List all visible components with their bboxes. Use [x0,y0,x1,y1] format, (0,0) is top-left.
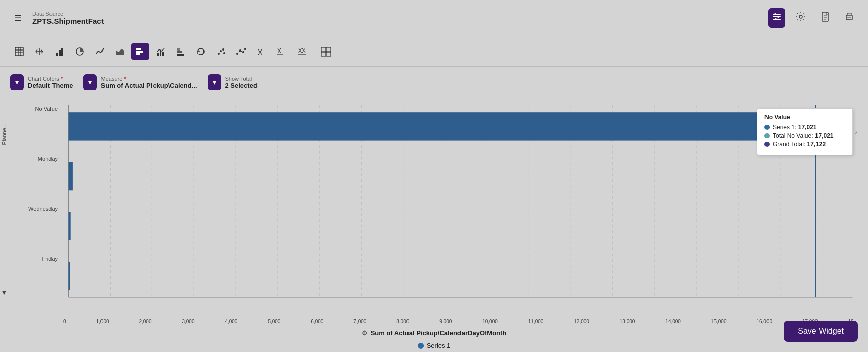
measure-control: ▾ Measure * Sum of Actual Pickup\Calend.… [83,74,197,90]
chart-type-bar[interactable] [50,43,69,60]
svg-rect-19 [136,51,143,53]
svg-point-6 [799,15,802,18]
bar-icon [55,46,65,57]
print-button[interactable] [841,8,858,28]
chart-type-stacked[interactable] [172,43,190,60]
x-label-16000: 16,000 [756,319,772,324]
svg-text:X: X [277,47,281,55]
x-label-11000: 11,000 [528,319,544,324]
chart-type-dotline[interactable] [232,43,250,60]
tooltip-arrow-icon: › [855,128,857,136]
settings-button[interactable] [792,8,809,28]
x1-icon: X [257,46,267,57]
chart-type-x2[interactable]: X [273,43,292,60]
y-label-monday: Monday [20,156,61,162]
x-label-8000: 8,000 [396,319,409,324]
svg-point-28 [220,50,222,52]
tooltip-row-3: Grand Total: 17,122 [764,141,845,148]
tooltip-dot-total-no-value [764,133,770,138]
measure-dropdown[interactable]: ▾ [83,74,97,90]
svg-point-32 [239,49,241,52]
show-total-value: 2 Selected [225,82,258,89]
y-label-no-value: No Value [20,106,61,112]
x-label-13000: 13,000 [620,319,635,324]
print-icon [844,11,855,22]
table-icon [14,46,24,57]
x-label-3000: 3,000 [182,319,194,324]
chart-colors-control: ▾ Chart Colors * Default Theme [10,74,73,90]
sliders-icon [771,11,782,22]
show-total-dropdown[interactable]: ▾ [208,74,221,90]
chart-colors-label-group: Chart Colors * Default Theme [28,76,73,89]
filter-settings-button[interactable] [768,8,785,28]
svg-rect-22 [160,51,161,56]
x-axis-title: ⚙ Sum of Actual Pickup\CalendarDayOfMont… [362,329,507,337]
hamburger-button[interactable]: ☰ [10,10,25,26]
svg-rect-23 [162,52,164,56]
data-source-info: Data Source ZPTS.ShipmentFact [32,11,104,25]
svg-point-30 [223,52,225,54]
header-right [768,8,858,28]
chart-type-scatter[interactable] [212,43,230,60]
show-total-label-group: Show Total 2 Selected [225,76,258,89]
chart-colors-dropdown[interactable]: ▾ [10,74,24,90]
svg-rect-18 [136,48,141,50]
svg-rect-9 [15,47,23,56]
scatter-icon [216,46,226,57]
stacked-icon [176,46,186,57]
svg-rect-41 [326,47,331,52]
chart-type-line[interactable] [91,43,109,60]
chart-type-x4[interactable] [316,43,336,60]
x-label-1000: 1,000 [96,319,109,324]
chart-type-pivot[interactable] [30,43,48,60]
chart-type-table[interactable] [10,43,28,60]
header: ☰ Data Source ZPTS.ShipmentFact [0,0,868,36]
area-icon [115,46,125,57]
x-label-6000: 6,000 [311,319,323,324]
svg-rect-1 [773,16,781,17]
data-source-name: ZPTS.ShipmentFact [32,17,104,25]
x-label-4000: 4,000 [225,319,237,324]
svg-rect-25 [177,51,182,53]
measure-label: Measure * [101,76,197,82]
chart-type-pie[interactable] [71,43,89,60]
show-total-label: Show Total [225,76,258,82]
svg-rect-16 [61,48,63,56]
svg-point-29 [222,48,224,51]
toolbar: X X XX [0,36,868,67]
chart-legend: Series 1 [418,342,451,349]
legend-series1-label: Series 1 [427,342,451,349]
x4-icon [320,46,332,57]
export-button[interactable] [816,8,834,28]
svg-rect-64 [68,112,815,140]
chart-type-combo[interactable] [151,43,170,60]
tooltip-row-2: Total No Value: 17,021 [764,132,845,139]
tooltip-dot-grand-total [764,142,770,147]
svg-rect-21 [157,53,159,56]
svg-point-33 [242,51,244,53]
tooltip-label-total-no-value: Total No Value: 17,021 [773,132,834,139]
measure-value: Sum of Actual Pickup\Calend... [101,82,197,89]
dotline-icon [236,46,246,57]
svg-point-27 [218,53,220,55]
chart-type-x1[interactable]: X [252,43,271,60]
save-widget-button[interactable]: Save Widget [784,321,858,342]
svg-point-31 [236,53,238,55]
measure-label-group: Measure * Sum of Actual Pickup\Calend... [101,76,197,89]
measure-required: * [124,76,126,82]
chart-type-x3[interactable]: XX [294,43,314,60]
x-axis-labels: 0 1,000 2,000 3,000 4,000 5,000 6,000 7,… [63,319,858,324]
chart-type-hbar[interactable] [131,43,149,60]
svg-rect-65 [68,162,72,190]
chart-type-rotate[interactable] [192,43,210,60]
x2-icon: X [277,46,288,57]
svg-rect-24 [177,54,184,56]
chart-type-area[interactable] [111,43,129,60]
svg-rect-26 [177,48,180,51]
x-label-9000: 9,000 [439,319,452,324]
svg-rect-67 [68,262,70,290]
header-left: ☰ Data Source ZPTS.ShipmentFact [10,10,104,26]
filter-icon[interactable]: ▼ [1,289,8,296]
svg-point-4 [777,16,779,18]
chart-colors-label: Chart Colors * [28,76,73,82]
